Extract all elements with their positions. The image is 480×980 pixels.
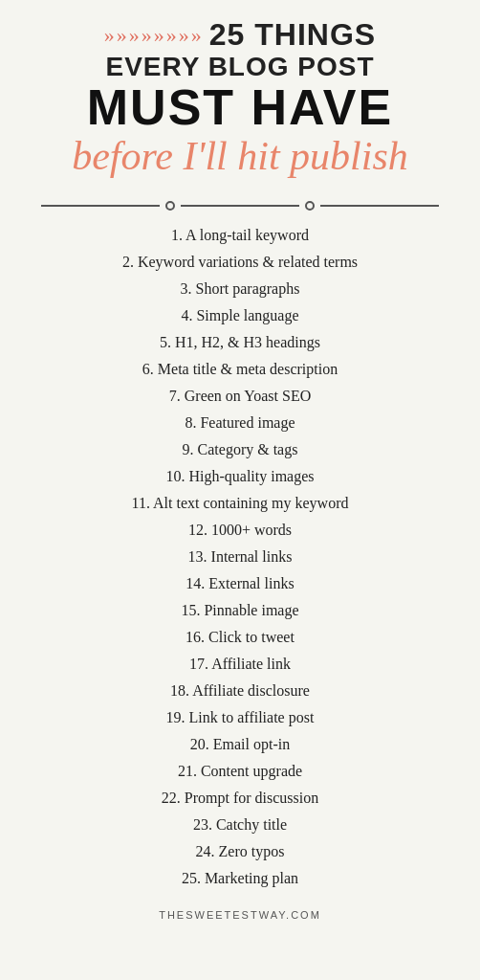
title-every-blog-post: EVERY BLOG POST: [19, 53, 461, 82]
title-must-have: MUST HAVE: [19, 82, 461, 132]
divider-right-circle: [305, 201, 315, 211]
divider-right-line: [320, 205, 439, 207]
list-item: 19. Link to affiliate post: [19, 704, 461, 731]
list-item: 4. Simple language: [19, 302, 461, 329]
footer-url: THESWEETESTWAY.COM: [159, 909, 321, 921]
list-item: 21. Content upgrade: [19, 758, 461, 785]
list-item: 5. H1, H2, & H3 headings: [19, 329, 461, 356]
divider-left-line: [41, 205, 160, 207]
list-item: 17. Affiliate link: [19, 651, 461, 678]
arrows-icon: »»»»»»»»: [104, 23, 204, 48]
list-item: 22. Prompt for discussion: [19, 785, 461, 812]
checklist: 1. A long-tail keyword2. Keyword variati…: [19, 222, 461, 892]
title-25: 25 THINGS: [209, 17, 376, 53]
list-item: 2. Keyword variations & related terms: [19, 249, 461, 276]
list-item: 11. Alt text containing my keyword: [19, 490, 461, 517]
title-script: before I'll hit publish: [19, 134, 461, 178]
list-item: 14. External links: [19, 570, 461, 597]
list-item: 13. Internal links: [19, 544, 461, 570]
list-item: 8. Featured image: [19, 410, 461, 436]
list-item: 20. Email opt-in: [19, 731, 461, 758]
divider: [41, 201, 439, 211]
divider-center-line: [181, 205, 299, 207]
card: »»»»»»»» 25 THINGS EVERY BLOG POST MUST …: [0, 0, 480, 980]
list-item: 7. Green on Yoast SEO: [19, 383, 461, 410]
list-item: 16. Click to tweet: [19, 624, 461, 651]
list-item: 6. Meta title & meta description: [19, 356, 461, 383]
list-item: 3. Short paragraphs: [19, 276, 461, 302]
list-item: 12. 1000+ words: [19, 517, 461, 544]
header: »»»»»»»» 25 THINGS EVERY BLOG POST MUST …: [19, 17, 461, 188]
list-item: 25. Marketing plan: [19, 865, 461, 892]
list-item: 18. Affiliate disclosure: [19, 678, 461, 704]
list-item: 24. Zero typos: [19, 838, 461, 865]
list-item: 10. High-quality images: [19, 463, 461, 490]
list-item: 9. Category & tags: [19, 436, 461, 463]
header-row1: »»»»»»»» 25 THINGS: [19, 17, 461, 53]
list-item: 1. A long-tail keyword: [19, 222, 461, 249]
divider-left-circle: [165, 201, 175, 211]
list-item: 15. Pinnable image: [19, 597, 461, 624]
list-item: 23. Catchy title: [19, 812, 461, 838]
